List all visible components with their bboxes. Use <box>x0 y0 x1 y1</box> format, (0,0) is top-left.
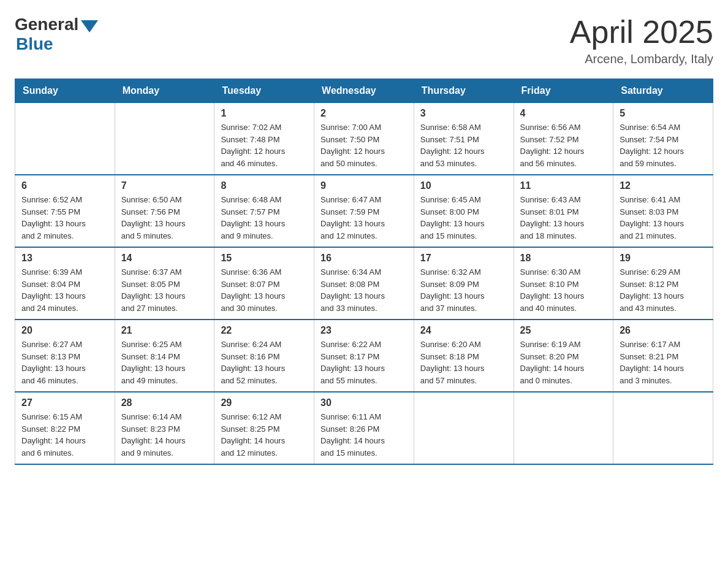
calendar-cell <box>15 103 115 175</box>
day-info: Sunrise: 6:39 AM Sunset: 8:04 PM Dayligh… <box>21 266 108 314</box>
calendar-cell <box>414 392 514 464</box>
day-number: 28 <box>121 397 208 408</box>
calendar-cell <box>514 392 613 464</box>
day-info: Sunrise: 6:30 AM Sunset: 8:10 PM Dayligh… <box>520 266 607 314</box>
day-number: 17 <box>420 253 507 264</box>
day-info: Sunrise: 6:25 AM Sunset: 8:14 PM Dayligh… <box>121 339 208 386</box>
calendar-cell: 15Sunrise: 6:36 AM Sunset: 8:07 PM Dayli… <box>214 247 314 320</box>
calendar-cell: 28Sunrise: 6:14 AM Sunset: 8:23 PM Dayli… <box>115 392 214 464</box>
calendar-cell: 10Sunrise: 6:45 AM Sunset: 8:00 PM Dayli… <box>414 175 514 247</box>
calendar-cell: 16Sunrise: 6:34 AM Sunset: 8:08 PM Dayli… <box>314 247 414 320</box>
calendar-cell: 5Sunrise: 6:54 AM Sunset: 7:54 PM Daylig… <box>613 103 713 175</box>
weekday-header-saturday: Saturday <box>613 79 713 103</box>
day-number: 23 <box>320 325 408 336</box>
calendar-week-4: 20Sunrise: 6:27 AM Sunset: 8:13 PM Dayli… <box>15 320 713 392</box>
calendar-cell <box>613 392 713 464</box>
calendar-cell: 23Sunrise: 6:22 AM Sunset: 8:17 PM Dayli… <box>314 320 414 392</box>
calendar-cell: 18Sunrise: 6:30 AM Sunset: 8:10 PM Dayli… <box>514 247 613 320</box>
calendar-table: SundayMondayTuesdayWednesdayThursdayFrid… <box>15 79 713 465</box>
day-info: Sunrise: 6:47 AM Sunset: 7:59 PM Dayligh… <box>320 194 408 242</box>
calendar-body: 1Sunrise: 7:02 AM Sunset: 7:48 PM Daylig… <box>15 103 713 465</box>
calendar-header: SundayMondayTuesdayWednesdayThursdayFrid… <box>15 79 713 103</box>
weekday-header-row: SundayMondayTuesdayWednesdayThursdayFrid… <box>15 79 713 103</box>
day-number: 16 <box>320 253 408 264</box>
day-number: 12 <box>620 180 707 191</box>
day-info: Sunrise: 6:34 AM Sunset: 8:08 PM Dayligh… <box>320 266 408 314</box>
day-info: Sunrise: 6:17 AM Sunset: 8:21 PM Dayligh… <box>620 339 707 386</box>
day-info: Sunrise: 6:54 AM Sunset: 7:54 PM Dayligh… <box>620 121 707 169</box>
calendar-cell: 13Sunrise: 6:39 AM Sunset: 8:04 PM Dayli… <box>15 247 115 320</box>
day-info: Sunrise: 6:29 AM Sunset: 8:12 PM Dayligh… <box>620 266 707 314</box>
day-info: Sunrise: 6:56 AM Sunset: 7:52 PM Dayligh… <box>520 121 607 169</box>
day-info: Sunrise: 6:45 AM Sunset: 8:00 PM Dayligh… <box>420 194 507 242</box>
calendar-cell: 8Sunrise: 6:48 AM Sunset: 7:57 PM Daylig… <box>214 175 314 247</box>
day-info: Sunrise: 6:27 AM Sunset: 8:13 PM Dayligh… <box>21 339 108 386</box>
day-number: 14 <box>121 253 208 264</box>
calendar-cell: 9Sunrise: 6:47 AM Sunset: 7:59 PM Daylig… <box>314 175 414 247</box>
calendar-cell: 21Sunrise: 6:25 AM Sunset: 8:14 PM Dayli… <box>115 320 214 392</box>
logo-blue-text: Blue <box>16 34 53 54</box>
day-info: Sunrise: 6:41 AM Sunset: 8:03 PM Dayligh… <box>620 194 707 242</box>
day-number: 21 <box>121 325 208 336</box>
calendar-cell: 14Sunrise: 6:37 AM Sunset: 8:05 PM Dayli… <box>115 247 214 320</box>
day-info: Sunrise: 6:15 AM Sunset: 8:22 PM Dayligh… <box>21 411 108 459</box>
month-title: April 2025 <box>570 15 713 50</box>
day-info: Sunrise: 6:48 AM Sunset: 7:57 PM Dayligh… <box>221 194 308 242</box>
title-section: April 2025 Arcene, Lombardy, Italy <box>570 15 713 66</box>
calendar-cell: 24Sunrise: 6:20 AM Sunset: 8:18 PM Dayli… <box>414 320 514 392</box>
calendar-cell: 26Sunrise: 6:17 AM Sunset: 8:21 PM Dayli… <box>613 320 713 392</box>
location-text: Arcene, Lombardy, Italy <box>570 52 713 66</box>
calendar-week-3: 13Sunrise: 6:39 AM Sunset: 8:04 PM Dayli… <box>15 247 713 320</box>
calendar-cell: 30Sunrise: 6:11 AM Sunset: 8:26 PM Dayli… <box>314 392 414 464</box>
calendar-cell: 25Sunrise: 6:19 AM Sunset: 8:20 PM Dayli… <box>514 320 613 392</box>
calendar-cell: 2Sunrise: 7:00 AM Sunset: 7:50 PM Daylig… <box>314 103 414 175</box>
day-number: 5 <box>620 108 707 119</box>
day-number: 19 <box>620 253 707 264</box>
calendar-cell: 19Sunrise: 6:29 AM Sunset: 8:12 PM Dayli… <box>613 247 713 320</box>
calendar-cell: 11Sunrise: 6:43 AM Sunset: 8:01 PM Dayli… <box>514 175 613 247</box>
day-number: 1 <box>221 108 308 119</box>
day-number: 7 <box>121 180 208 191</box>
weekday-header-sunday: Sunday <box>15 79 115 103</box>
calendar-cell: 29Sunrise: 6:12 AM Sunset: 8:25 PM Dayli… <box>214 392 314 464</box>
calendar-cell: 1Sunrise: 7:02 AM Sunset: 7:48 PM Daylig… <box>214 103 314 175</box>
day-number: 8 <box>221 180 308 191</box>
day-info: Sunrise: 6:37 AM Sunset: 8:05 PM Dayligh… <box>121 266 208 314</box>
day-info: Sunrise: 7:00 AM Sunset: 7:50 PM Dayligh… <box>320 121 408 169</box>
day-info: Sunrise: 6:22 AM Sunset: 8:17 PM Dayligh… <box>320 339 408 386</box>
day-number: 6 <box>21 180 108 191</box>
day-number: 22 <box>221 325 308 336</box>
logo: General Blue <box>15 15 98 54</box>
calendar-cell: 6Sunrise: 6:52 AM Sunset: 7:55 PM Daylig… <box>15 175 115 247</box>
day-number: 24 <box>420 325 507 336</box>
day-number: 20 <box>21 325 108 336</box>
day-info: Sunrise: 6:52 AM Sunset: 7:55 PM Dayligh… <box>21 194 108 242</box>
day-info: Sunrise: 6:58 AM Sunset: 7:51 PM Dayligh… <box>420 121 507 169</box>
day-info: Sunrise: 6:32 AM Sunset: 8:09 PM Dayligh… <box>420 266 507 314</box>
calendar-cell: 7Sunrise: 6:50 AM Sunset: 7:56 PM Daylig… <box>115 175 214 247</box>
calendar-cell: 22Sunrise: 6:24 AM Sunset: 8:16 PM Dayli… <box>214 320 314 392</box>
day-number: 18 <box>520 253 607 264</box>
calendar-cell <box>115 103 214 175</box>
day-number: 25 <box>520 325 607 336</box>
day-number: 27 <box>21 397 108 408</box>
day-number: 26 <box>620 325 707 336</box>
day-info: Sunrise: 6:24 AM Sunset: 8:16 PM Dayligh… <box>221 339 308 386</box>
day-info: Sunrise: 6:11 AM Sunset: 8:26 PM Dayligh… <box>320 411 408 459</box>
weekday-header-monday: Monday <box>115 79 214 103</box>
day-number: 9 <box>320 180 408 191</box>
day-info: Sunrise: 6:36 AM Sunset: 8:07 PM Dayligh… <box>221 266 308 314</box>
weekday-header-thursday: Thursday <box>414 79 514 103</box>
day-number: 13 <box>21 253 108 264</box>
day-number: 4 <box>520 108 607 119</box>
day-number: 2 <box>320 108 408 119</box>
calendar-cell: 4Sunrise: 6:56 AM Sunset: 7:52 PM Daylig… <box>514 103 613 175</box>
day-number: 30 <box>320 397 408 408</box>
day-info: Sunrise: 6:19 AM Sunset: 8:20 PM Dayligh… <box>520 339 607 386</box>
day-info: Sunrise: 6:12 AM Sunset: 8:25 PM Dayligh… <box>221 411 308 459</box>
calendar-cell: 17Sunrise: 6:32 AM Sunset: 8:09 PM Dayli… <box>414 247 514 320</box>
day-number: 3 <box>420 108 507 119</box>
calendar-cell: 12Sunrise: 6:41 AM Sunset: 8:03 PM Dayli… <box>613 175 713 247</box>
day-info: Sunrise: 6:43 AM Sunset: 8:01 PM Dayligh… <box>520 194 607 242</box>
calendar-week-5: 27Sunrise: 6:15 AM Sunset: 8:22 PM Dayli… <box>15 392 713 464</box>
